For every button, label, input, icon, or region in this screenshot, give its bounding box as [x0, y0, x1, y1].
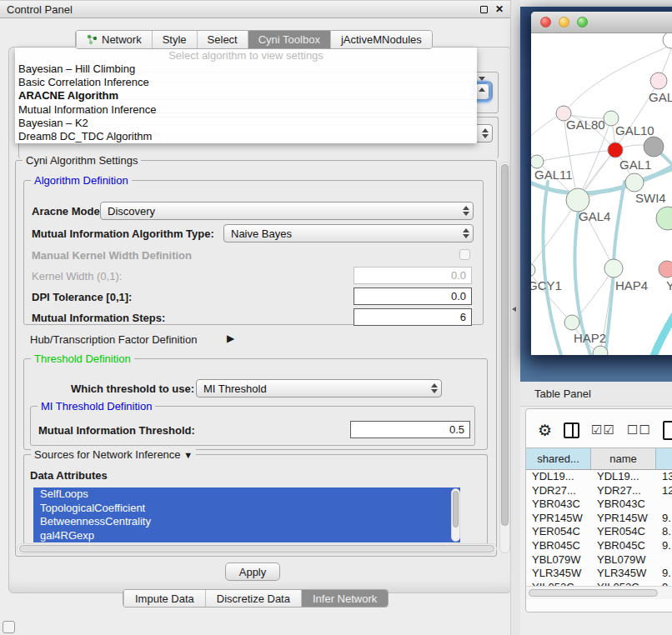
which-threshold-value: MI Threshold	[203, 382, 267, 395]
network-node[interactable]	[564, 315, 579, 330]
attribute-item[interactable]: BetweennessCentrality	[33, 515, 460, 529]
cell-name: YDL19...	[591, 470, 656, 484]
bottom-tab[interactable]: Infer Network	[301, 590, 388, 607]
tab[interactable]: jActiveMNodules	[330, 31, 432, 48]
export-table-icon[interactable]	[663, 421, 672, 440]
mi-threshold-label: Mutual Information Threshold:	[38, 424, 195, 437]
settings-scrollbar-thumb[interactable]	[501, 164, 509, 526]
network-node-label: Y	[666, 278, 672, 292]
which-threshold-label: Which threshold to use:	[71, 382, 194, 395]
attributes-scrollbar[interactable]	[451, 488, 460, 542]
cell-name: YPR145W	[591, 512, 656, 526]
panel-splitter[interactable]	[510, 0, 520, 635]
settings-hscrollbar-thumb[interactable]	[19, 545, 494, 552]
aracne-mode-combo[interactable]: Discovery	[100, 202, 474, 220]
attribute-item[interactable]: TopologicalCoefficient	[33, 502, 460, 516]
cell-shared-name: YLR345W	[526, 567, 591, 581]
cell-value	[656, 498, 672, 512]
float-panel-icon[interactable]	[480, 6, 488, 13]
mi-threshold-field[interactable]: 0.5	[350, 421, 470, 438]
table-row[interactable]: YDL19... YDL19... 13	[526, 470, 672, 484]
tab[interactable]: Select	[197, 31, 248, 48]
algorithm-option[interactable]: Bayesian – K2	[15, 117, 477, 130]
algorithm-option[interactable]: Mutual Information Inference	[15, 103, 477, 117]
attribute-item[interactable]: SelfLoops	[33, 488, 460, 502]
tab-label: Network	[102, 33, 142, 46]
algorithm-option[interactable]: Dream8 DC_TDC Algorithm	[15, 130, 477, 143]
collapse-arrow-icon[interactable]: ▼	[183, 450, 193, 460]
network-view[interactable]: GALGAL80GAL10GAL1GAL11SWI4GAL4GCY1HAP4YH…	[531, 33, 672, 355]
network-edge[interactable]	[531, 200, 578, 270]
table-row[interactable]: YBR045C YBR045C 9.	[526, 539, 672, 553]
table-row[interactable]: YPR145W YPR145W 9.	[526, 512, 672, 526]
network-window-titlebar[interactable]	[531, 12, 672, 33]
table-settings-icon[interactable]: ⚙	[538, 422, 552, 438]
select-all-icon[interactable]: ☑☑	[591, 422, 615, 438]
cell-value: 9.	[656, 567, 672, 581]
algorithm-option[interactable]: ARACNE Algorithm	[15, 89, 477, 102]
mi-steps-field[interactable]: 6	[354, 308, 472, 326]
table-body: YDL19... YDL19... 13 YDR27... YDR27... 1…	[526, 470, 672, 594]
manual-kernel-checkbox[interactable]	[459, 249, 470, 260]
close-window-icon[interactable]	[540, 17, 551, 28]
network-edge[interactable]	[537, 150, 615, 162]
which-threshold-combo[interactable]: MI Threshold	[196, 379, 442, 398]
apply-button[interactable]: Apply	[225, 562, 280, 581]
table-row[interactable]: YBR043C YBR043C	[526, 498, 672, 512]
tab[interactable]: Cyni Toolbox	[248, 31, 330, 48]
network-edge[interactable]	[543, 182, 564, 355]
minimize-window-icon[interactable]	[559, 17, 569, 28]
expand-arrow-icon[interactable]: ▶	[227, 332, 234, 344]
splitter-collapse-icon[interactable]	[512, 307, 516, 312]
column-header[interactable]: name	[591, 448, 656, 469]
cell-name: YLR345W	[591, 567, 656, 581]
network-node[interactable]	[659, 261, 672, 278]
table-header-row: shared...name	[526, 448, 672, 470]
network-node[interactable]	[608, 142, 623, 158]
tab[interactable]: Network	[76, 31, 152, 48]
tab[interactable]: Style	[152, 31, 197, 48]
settings-scrollbar[interactable]	[499, 162, 510, 553]
settings-hscrollbar[interactable]	[17, 543, 497, 554]
corner-widget-button[interactable]	[3, 621, 15, 633]
network-node[interactable]	[625, 173, 644, 192]
settings-group-title: Cyni Algorithm Settings	[23, 154, 141, 167]
network-node[interactable]	[604, 259, 623, 278]
table-row[interactable]: YDR27... YDR27... 12	[526, 484, 672, 498]
network-node[interactable]	[650, 72, 667, 89]
network-node[interactable]	[663, 33, 672, 48]
table-row[interactable]: YER054C YER054C 8.	[526, 525, 672, 539]
zoom-window-icon[interactable]	[577, 17, 588, 28]
network-node[interactable]	[531, 263, 535, 277]
algorithm-option[interactable]: Basic Correlation Inference	[15, 76, 477, 89]
mi-type-combo[interactable]: Naive Bayes	[223, 224, 474, 242]
table-row[interactable]: YLR345W YLR345W 9.	[526, 567, 672, 581]
kernel-width-field[interactable]: 0.0	[354, 267, 472, 284]
network-node-label: GAL80	[566, 118, 605, 132]
deselect-all-icon[interactable]: ☐☐	[627, 422, 651, 438]
network-node-label: GAL4	[579, 209, 610, 223]
bottom-tab[interactable]: Discretize Data	[205, 590, 301, 607]
attribute-item[interactable]: gal4RGexp	[33, 529, 460, 543]
table-hscrollbar[interactable]	[526, 586, 672, 599]
table-hscrollbar-thumb[interactable]	[529, 589, 658, 597]
attributes-scrollbar-thumb[interactable]	[453, 491, 459, 528]
network-node[interactable]	[656, 207, 672, 230]
table-row[interactable]: YBL079W YBL079W	[526, 553, 672, 568]
bottom-tab[interactable]: Impute Data	[123, 590, 205, 607]
network-node[interactable]	[531, 155, 544, 168]
cell-shared-name: YDR27...	[526, 484, 591, 498]
column-header[interactable]	[656, 448, 672, 469]
hub-definition-label[interactable]: Hub/Transcription Factor Definition	[30, 333, 197, 346]
network-window[interactable]: GALGAL80GAL10GAL1GAL11SWI4GAL4GCY1HAP4YH…	[531, 12, 672, 355]
close-panel-icon[interactable]: ✕	[495, 4, 504, 14]
network-node[interactable]	[566, 188, 589, 212]
cell-name: YBR045C	[591, 539, 656, 553]
column-layout-icon[interactable]	[564, 422, 579, 438]
cell-name: YDR27...	[591, 484, 656, 498]
dpi-tolerance-field[interactable]: 0.0	[354, 288, 472, 305]
network-node[interactable]	[644, 137, 664, 157]
algorithm-option[interactable]: Bayesian – Hill Climbing	[15, 62, 477, 76]
tab-label: Cyni Toolbox	[258, 33, 320, 46]
column-header[interactable]: shared...	[526, 448, 591, 469]
